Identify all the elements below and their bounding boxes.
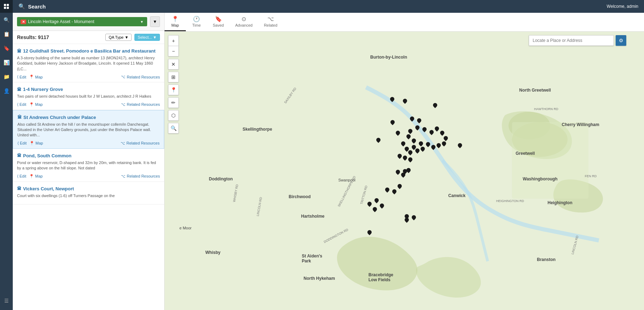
related-link-3[interactable]: ⌥ Related Resources	[121, 141, 160, 146]
svg-rect-7	[512, 122, 589, 199]
qa-type-button[interactable]: QA Type ▼	[105, 34, 132, 41]
tab-time[interactable]: 🕐 Time	[186, 13, 207, 31]
map-search-gear-button[interactable]: ⚙	[616, 35, 626, 46]
result-item: 🏛 Vickers Court, Newport Court with six …	[13, 182, 164, 205]
time-tab-icon: 🕐	[193, 16, 200, 22]
svg-rect-2	[4, 7, 6, 9]
welcome-message: Welcome, admin	[607, 4, 638, 9]
result-actions-2: ⟨ Edit 📍 Map ⌥ Related Resources	[17, 102, 160, 107]
related-tab-icon: ⌥	[267, 16, 274, 22]
edit-link-2[interactable]: ⟨ Edit	[17, 102, 26, 107]
sidebar-icon-menu[interactable]: ☰	[0, 294, 13, 307]
map-search-input[interactable]	[529, 35, 614, 46]
search-map-button[interactable]: 🔍	[168, 123, 179, 134]
results-count: Results: 9117	[17, 34, 102, 40]
page-title: Search	[28, 4, 46, 10]
filter-type-label: Lincoln Heritage Asset - Monument	[28, 19, 94, 24]
filter-remove-icon[interactable]: ✕	[21, 20, 26, 24]
sidebar-icon-layers[interactable]: 📁	[0, 70, 13, 83]
edit-link-4[interactable]: ⟨ Edit	[17, 174, 26, 179]
map-area[interactable]: + − ✕ ⊞ 📍 ✏ ⬡ 🔍 ⚙ Burton-by-Lincoln	[165, 32, 644, 310]
zoom-out-button[interactable]: −	[168, 46, 179, 56]
filter-dropdown-arrow: ▼	[140, 20, 144, 24]
result-desc-3: Also called St Andrew on the hill / on t…	[17, 122, 160, 138]
result-desc-4: Pond or water reservoir, D-shaped and 32…	[17, 160, 160, 171]
map-link-3[interactable]: 📍 Map	[29, 141, 43, 146]
svg-rect-3	[7, 7, 9, 9]
result-title-1[interactable]: 🏛 12 Guildhall Street. Pomodoro e Basili…	[17, 48, 160, 54]
zoom-controls: + −	[168, 35, 179, 56]
result-title-5[interactable]: 🏛 Vickers Court, Newport	[17, 186, 160, 191]
monument-icon-3: 🏛	[17, 115, 22, 120]
results-list: 🏛 12 Guildhall Street. Pomodoro e Basili…	[13, 44, 164, 310]
result-desc-1: A 3-storey building of the same build as…	[17, 55, 160, 72]
result-title-3[interactable]: 🏛 St Andrews Church under Palace	[17, 115, 160, 120]
monument-icon-2: 🏛	[17, 87, 21, 92]
filter-bar: ✕ Lincoln Heritage Asset - Monument ▼ ▼	[13, 13, 164, 31]
map-tab-icon: 📍	[172, 16, 179, 22]
type-filter-dropdown[interactable]: ✕ Lincoln Heritage Asset - Monument ▼	[17, 17, 147, 26]
filter-chevron-button[interactable]: ▼	[150, 16, 160, 27]
sidebar: 🔍 📋 🔖 📊 📁 👤 ☰	[0, 0, 13, 310]
svg-rect-1	[7, 4, 9, 6]
svg-rect-0	[4, 4, 6, 6]
tab-saved[interactable]: 🔖 Saved	[207, 13, 229, 31]
result-item: 🏛 1-4 Nursery Grove Two pairs of semi de…	[13, 82, 164, 110]
map-container: 📍 Map 🕐 Time 🔖 Saved ⊙ Advanced ⌥ R	[165, 13, 644, 310]
advanced-tab-icon: ⊙	[242, 16, 246, 22]
search-icon: 🔍	[18, 3, 25, 10]
sidebar-icon-list[interactable]: 📋	[0, 28, 13, 40]
result-actions-4: ⟨ Edit 📍 Map ⌥ Related Resources	[17, 174, 160, 179]
results-header: Results: 9117 QA Type ▼ Select... ▼	[13, 31, 164, 44]
result-item: 🏛 12 Guildhall Street. Pomodoro e Basili…	[13, 44, 164, 82]
result-title-2[interactable]: 🏛 1-4 Nursery Grove	[17, 87, 160, 92]
top-bar: 🔍 Search Welcome, admin	[13, 0, 644, 13]
layers-button[interactable]: ⊞	[168, 72, 179, 82]
result-item: 🏛 Pond, South Common Pond or water reser…	[13, 149, 164, 182]
result-item-highlighted: 🏛 St Andrews Church under Palace Also ca…	[13, 110, 164, 149]
map-link-2[interactable]: 📍 Map	[29, 102, 43, 107]
result-title-4[interactable]: 🏛 Pond, South Common	[17, 153, 160, 158]
map-link-1[interactable]: 📍 Map	[29, 75, 43, 79]
map-controls: + − ✕ ⊞ 📍 ✏ ⬡ 🔍	[168, 35, 179, 134]
tab-map[interactable]: 📍 Map	[165, 13, 186, 31]
related-link-2[interactable]: ⌥ Related Resources	[121, 102, 160, 107]
result-actions-1: ⟨ Edit 📍 Map ⌥ Related Resources	[17, 75, 160, 79]
result-desc-5: Court with six dwellings (1-6) off Turne…	[17, 193, 160, 198]
main-content: 🔍 Search Welcome, admin ✕ Lincoln Herita…	[13, 0, 644, 310]
polygon-button[interactable]: ⬡	[168, 110, 179, 121]
reset-button[interactable]: ✕	[168, 59, 179, 70]
sidebar-icon-bookmark[interactable]: 🔖	[0, 42, 13, 55]
tab-related[interactable]: ⌥ Related	[258, 13, 283, 31]
monument-icon-4: 🏛	[17, 153, 21, 158]
select-button[interactable]: Select... ▼	[134, 34, 160, 41]
monument-icon-5: 🏛	[17, 186, 21, 191]
body-split: ✕ Lincoln Heritage Asset - Monument ▼ ▼ …	[13, 13, 644, 310]
related-link-4[interactable]: ⌥ Related Resources	[121, 174, 160, 179]
map-link-4[interactable]: 📍 Map	[29, 174, 43, 179]
gps-button[interactable]: 📍	[168, 85, 179, 95]
tab-advanced[interactable]: ⊙ Advanced	[229, 13, 258, 31]
sidebar-icon-chart[interactable]: 📊	[0, 56, 13, 69]
edit-link-3[interactable]: ⟨ Edit	[17, 141, 27, 146]
draw-button[interactable]: ✏	[168, 97, 179, 108]
sidebar-icon-user[interactable]: 👤	[0, 85, 13, 97]
edit-link-1[interactable]: ⟨ Edit	[17, 75, 26, 79]
result-desc-2: Two pairs of semi detached houses built …	[17, 94, 160, 99]
sidebar-icon-search[interactable]: 🔍	[0, 13, 13, 26]
search-panel: ✕ Lincoln Heritage Asset - Monument ▼ ▼ …	[13, 13, 165, 310]
zoom-in-button[interactable]: +	[168, 35, 179, 46]
monument-icon-1: 🏛	[17, 49, 21, 54]
related-link-1[interactable]: ⌥ Related Resources	[121, 75, 160, 79]
saved-tab-icon: 🔖	[215, 16, 222, 22]
map-tabs: 📍 Map 🕐 Time 🔖 Saved ⊙ Advanced ⌥ R	[165, 13, 644, 32]
map-search-bar: ⚙	[529, 35, 626, 46]
result-actions-3: ⟨ Edit 📍 Map ⌥ Related Resources	[17, 141, 160, 146]
app-logo[interactable]	[0, 0, 13, 13]
